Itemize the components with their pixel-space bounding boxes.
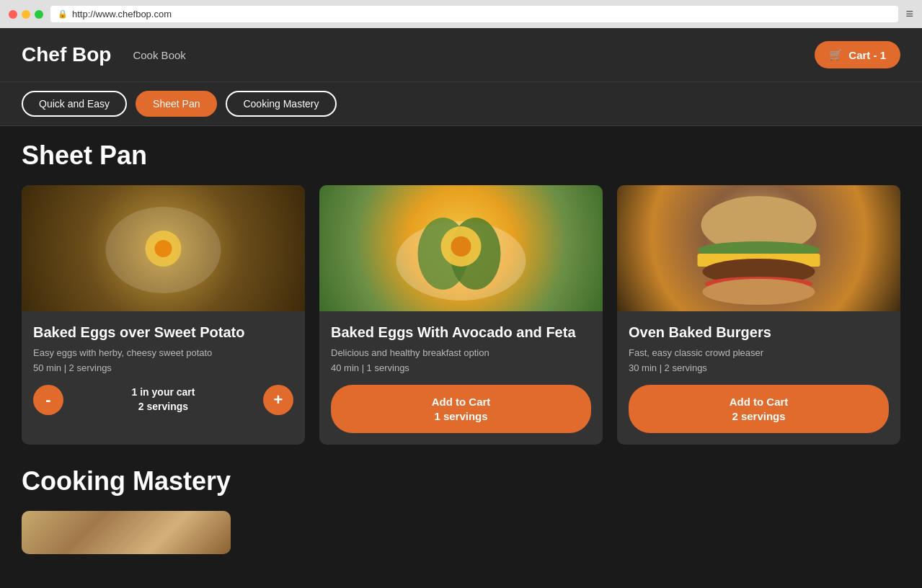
recipe-card-2: Baked Eggs With Avocado and Feta Delicio… [319,185,603,445]
sheet-pan-section: Sheet Pan Baked Eggs over Sweet Potato E… [22,141,900,445]
browser-url-icon: 🔒 [58,9,68,19]
browser-dot-yellow[interactable] [22,10,30,19]
increment-button-1[interactable]: + [263,385,293,415]
recipe-1-svg [22,185,305,311]
recipe-card-2-desc: Delicious and healthy breakfast option [331,347,591,358]
add-to-cart-servings-3: 2 servings [643,409,874,424]
svg-point-13 [703,279,815,305]
recipe-card-3-body: Oven Baked Burgers Fast, easy classic cr… [617,311,900,445]
cart-servings-1: 2 servings [72,400,254,414]
app-logo: Chef Bop [22,43,111,66]
add-to-cart-label-3: Add to Cart [643,395,874,409]
nav-cookbook[interactable]: Cook Book [133,49,185,61]
recipe-card-3-image [617,185,900,311]
recipe-card-1-desc: Easy eggs with herby, cheesy sweet potat… [33,347,293,358]
decrement-button-1[interactable]: - [33,385,63,415]
recipe-card-3-title: Oven Baked Burgers [629,323,889,342]
cart-count-1: 1 in your cart [72,386,254,400]
recipe-card-1: Baked Eggs over Sweet Potato Easy eggs w… [22,185,305,445]
recipe-card-2-title: Baked Eggs With Avocado and Feta [331,323,591,342]
browser-menu-icon[interactable]: ≡ [905,6,913,22]
browser-dot-red[interactable] [9,10,17,19]
browser-url-bar[interactable]: 🔒 http://www.chefbop.com [50,6,898,22]
svg-point-7 [451,236,471,257]
main-content: Sheet Pan Baked Eggs over Sweet Potato E… [0,126,922,588]
recipe-3-svg [617,185,900,311]
recipe-card-3-meta: 30 min | 2 servings [629,362,889,373]
category-nav: Quick and Easy Sheet Pan Cooking Mastery [0,82,922,126]
recipe-card-1-title: Baked Eggs over Sweet Potato [33,323,293,342]
browser-dots [9,10,43,19]
cooking-mastery-img [22,511,231,554]
app-header: Chef Bop Cook Book 🛒 Cart - 1 [0,28,922,82]
recipe-card-3-actions: Add to Cart 2 servings [629,385,889,433]
recipe-card-2-meta: 40 min | 1 servings [331,362,591,373]
cart-button[interactable]: 🛒 Cart - 1 [815,41,900,68]
recipe-card-2-body: Baked Eggs With Avocado and Feta Delicio… [319,311,603,445]
cooking-mastery-cards [22,511,900,554]
browser-chrome: 🔒 http://www.chefbop.com ≡ [0,0,922,28]
recipe-card-1-body: Baked Eggs over Sweet Potato Easy eggs w… [22,311,305,427]
add-to-cart-servings-2: 1 servings [345,409,577,424]
cart-icon: 🛒 [829,48,843,61]
recipe-card-3-desc: Fast, easy classic crowd pleaser [629,347,889,358]
add-to-cart-button-2[interactable]: Add to Cart 1 servings [331,385,591,433]
browser-dot-green[interactable] [35,10,43,19]
recipe-card-1-meta: 50 min | 2 servings [33,362,293,373]
cart-label: Cart - 1 [848,49,886,61]
browser-url-text: http://www.chefbop.com [72,9,172,19]
add-to-cart-label-2: Add to Cart [345,395,577,409]
recipe-card-1-image [22,185,305,311]
category-cooking-mastery[interactable]: Cooking Mastery [226,91,336,117]
category-quick-easy[interactable]: Quick and Easy [22,91,127,117]
cooking-mastery-section: Cooking Mastery [22,466,900,554]
recipe-card-2-actions: Add to Cart 1 servings [331,385,591,433]
cooking-mastery-card-1 [22,511,231,554]
sheet-pan-title: Sheet Pan [22,141,900,171]
cooking-mastery-title: Cooking Mastery [22,466,900,496]
qty-info-1: 1 in your cart 2 servings [72,386,254,414]
category-sheet-pan[interactable]: Sheet Pan [136,91,217,117]
add-to-cart-button-3[interactable]: Add to Cart 2 servings [629,385,889,433]
recipe-card-2-image [319,185,603,311]
header-nav: Cook Book [133,49,815,61]
recipe-card-3: Oven Baked Burgers Fast, easy classic cr… [617,185,900,445]
recipe-2-svg [319,185,603,311]
svg-point-2 [155,240,172,257]
recipe-card-1-actions: - 1 in your cart 2 servings + [33,385,293,415]
sheet-pan-cards: Baked Eggs over Sweet Potato Easy eggs w… [22,185,900,445]
